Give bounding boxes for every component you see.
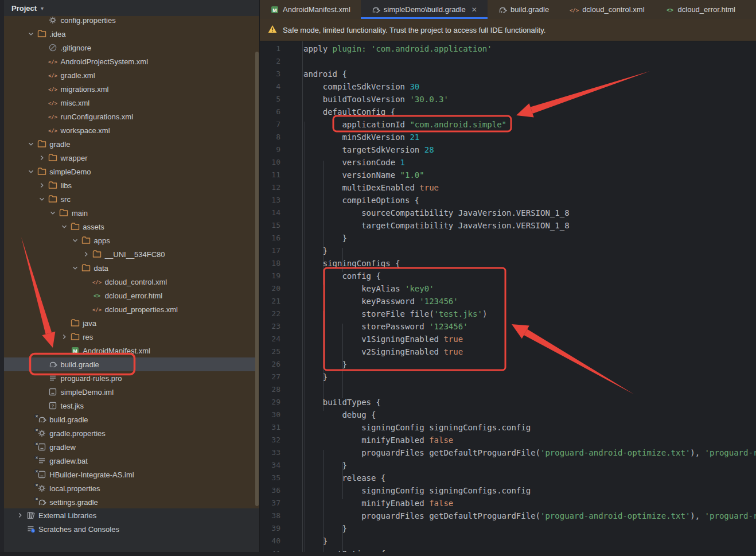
line-number[interactable]: 29 xyxy=(260,396,302,409)
line-number[interactable]: 28 xyxy=(260,383,302,396)
tab-androidmanifest-xml[interactable]: MAndroidManifest.xml xyxy=(260,0,361,19)
chevron-down-icon[interactable] xyxy=(70,264,81,272)
line-number[interactable]: 27 xyxy=(260,371,302,383)
tree-row-settings-gradle[interactable]: ✕settings.gradle xyxy=(4,495,259,508)
tree-row-runconfigurations-xml[interactable]: </>runConfigurations.xml xyxy=(4,110,259,123)
tree-row-simpledemo-iml[interactable]: simpleDemo.iml xyxy=(4,385,259,399)
line-number[interactable]: 15 xyxy=(260,219,302,232)
line-number[interactable]: 36 xyxy=(260,484,302,497)
tree-row--gitignore[interactable]: .gitignore xyxy=(4,41,259,55)
tree-row-dcloud-control-xml[interactable]: </>dcloud_control.xml xyxy=(4,275,259,289)
code-area[interactable]: apply plugin: 'com.android.application' … xyxy=(303,41,756,552)
tree-row-migrations-xml[interactable]: </>migrations.xml xyxy=(4,82,259,96)
line-number[interactable]: 8 xyxy=(260,131,302,143)
editor-gutter[interactable]: 1234567891011121314151617181920212223242… xyxy=(260,41,303,552)
project-panel-header[interactable]: Project ▾ xyxy=(4,0,259,16)
line-number[interactable]: 13 xyxy=(260,194,302,207)
line-number[interactable]: 12 xyxy=(260,181,302,194)
chevron-right-icon[interactable] xyxy=(81,250,92,258)
line-number[interactable]: 37 xyxy=(260,497,302,510)
chevron-down-icon[interactable] xyxy=(70,236,81,244)
tree-row-test-jks[interactable]: ?test.jks xyxy=(4,399,259,413)
tree-row-assets[interactable]: assets xyxy=(4,220,259,234)
line-number[interactable]: 34 xyxy=(260,459,302,472)
tree-row-dcloud-error-html[interactable]: <>dcloud_error.html xyxy=(4,289,259,302)
line-number[interactable]: 39 xyxy=(260,522,302,535)
tree-row-gradlew-bat[interactable]: ✕gradlew.bat xyxy=(4,454,259,468)
tree-row-src[interactable]: src xyxy=(4,192,259,206)
tree-row-gradle-xml[interactable]: </>gradle.xml xyxy=(4,68,259,82)
line-number[interactable]: 9 xyxy=(260,143,302,156)
tree-row-libs[interactable]: libs xyxy=(4,178,259,192)
line-number[interactable]: 31 xyxy=(260,421,302,434)
line-number[interactable]: 33 xyxy=(260,446,302,459)
close-icon[interactable]: ✕ xyxy=(471,6,477,14)
tree-row-build-gradle[interactable]: ✕build.gradle xyxy=(4,413,259,426)
chevron-down-icon[interactable] xyxy=(25,168,36,176)
line-number[interactable]: 19 xyxy=(260,270,302,282)
line-number[interactable]: 4 xyxy=(260,80,302,93)
code-editor[interactable]: 1234567891011121314151617181920212223242… xyxy=(260,41,756,552)
line-number[interactable]: 24 xyxy=(260,333,302,345)
line-number[interactable]: 25 xyxy=(260,345,302,358)
tree-row-build-gradle[interactable]: build.gradle xyxy=(4,357,258,371)
tree-row-proguard-rules-pro[interactable]: proguard-rules.pro xyxy=(4,371,259,385)
project-tree-scrollbar[interactable] xyxy=(255,52,259,506)
chevron-right-icon[interactable] xyxy=(37,154,48,162)
line-number[interactable]: 14 xyxy=(260,207,302,219)
line-number[interactable]: 17 xyxy=(260,244,302,257)
tree-row-config-properties[interactable]: config.properties xyxy=(4,16,259,27)
line-number[interactable]: 10 xyxy=(260,156,302,169)
line-number[interactable]: 38 xyxy=(260,510,302,522)
tree-row-gradle-properties[interactable]: ✕gradle.properties xyxy=(4,426,259,440)
line-number[interactable]: 22 xyxy=(260,308,302,320)
tree-row-wrapper[interactable]: wrapper xyxy=(4,151,259,165)
line-number[interactable]: 7 xyxy=(260,118,302,131)
line-number[interactable]: 21 xyxy=(260,295,302,308)
tree-row-java[interactable]: java xyxy=(4,316,259,330)
line-number[interactable]: 6 xyxy=(260,106,302,118)
chevron-down-icon[interactable] xyxy=(37,195,48,203)
tool-window-stripe[interactable] xyxy=(0,0,4,552)
tree-row--uni-534fc80[interactable]: __UNI__534FC80 xyxy=(4,247,259,261)
tree-row-workspace-xml[interactable]: </>workspace.xml xyxy=(4,123,259,137)
line-number[interactable]: 26 xyxy=(260,358,302,371)
line-number[interactable]: 30 xyxy=(260,409,302,421)
chevron-down-icon[interactable] xyxy=(59,223,69,231)
tab-dcloud-control-xml[interactable]: </>dcloud_control.xml xyxy=(559,0,654,19)
chevron-down-icon[interactable] xyxy=(25,30,36,38)
tree-row--idea[interactable]: .idea xyxy=(4,27,259,41)
line-number[interactable]: 41 xyxy=(260,547,302,552)
chevron-right-icon[interactable] xyxy=(59,333,69,341)
tree-row-hbuilder-integrate-as-iml[interactable]: ✕HBuilder-Integrate-AS.iml xyxy=(4,468,259,481)
line-number[interactable]: 3 xyxy=(260,68,302,80)
tree-row-data[interactable]: data xyxy=(4,261,259,275)
tree-row-androidmanifest-xml[interactable]: MAndroidManifest.xml xyxy=(4,344,259,357)
line-number[interactable]: 18 xyxy=(260,257,302,270)
tab-build-gradle[interactable]: build.gradle xyxy=(488,0,559,19)
tree-row-res[interactable]: res xyxy=(4,330,259,344)
tree-row-external-libraries[interactable]: External Libraries xyxy=(4,508,259,522)
chevron-down-icon[interactable] xyxy=(25,140,36,148)
tree-row-dcloud-properties-xml[interactable]: </>dcloud_properties.xml xyxy=(4,302,259,316)
tree-row-gradle[interactable]: gradle xyxy=(4,137,259,151)
tree-row-scratches-and-consoles[interactable]: Scratches and Consoles xyxy=(4,522,259,536)
line-number[interactable]: 32 xyxy=(260,434,302,446)
line-number[interactable]: 16 xyxy=(260,232,302,244)
tree-row-main[interactable]: main xyxy=(4,206,259,220)
line-number[interactable]: 40 xyxy=(260,535,302,547)
line-number[interactable]: 23 xyxy=(260,320,302,333)
tab-dcloud-error-html[interactable]: <>dcloud_error.html xyxy=(655,0,746,19)
tree-row-androidprojectsystem-xml[interactable]: </>AndroidProjectSystem.xml xyxy=(4,55,259,68)
line-number[interactable]: 5 xyxy=(260,93,302,106)
line-number[interactable]: 35 xyxy=(260,472,302,484)
tab-simpledemo-build-gradle[interactable]: simpleDemo\build.gradle✕ xyxy=(361,0,488,19)
chevron-right-icon[interactable] xyxy=(37,181,48,189)
tree-row-simpledemo[interactable]: simpleDemo xyxy=(4,165,259,178)
line-number[interactable]: 20 xyxy=(260,282,302,295)
tree-row-misc-xml[interactable]: </>misc.xml xyxy=(4,96,259,110)
chevron-right-icon[interactable] xyxy=(14,511,25,519)
tree-row-local-properties[interactable]: ✕local.properties xyxy=(4,481,259,495)
tree-row-apps[interactable]: apps xyxy=(4,234,259,247)
line-number[interactable]: 11 xyxy=(260,169,302,181)
